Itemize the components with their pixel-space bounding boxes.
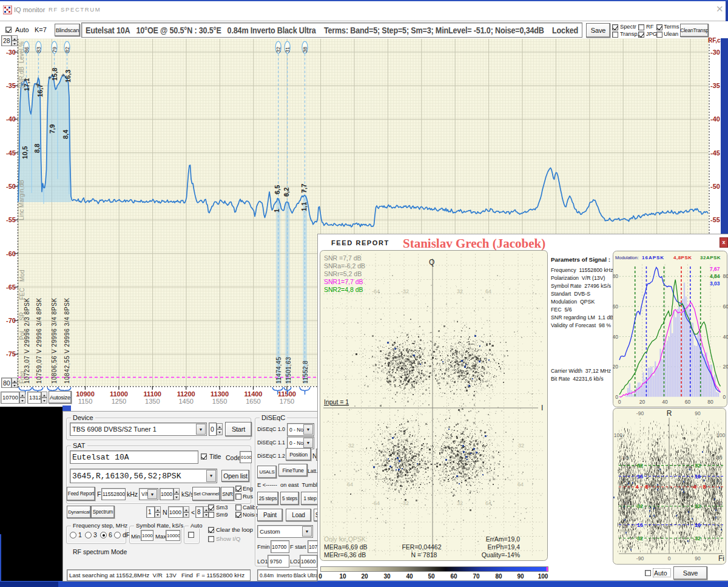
svg-text:16APSK: 16APSK (642, 255, 664, 260)
svg-text:100: 100 (716, 432, 725, 438)
svg-text:32: 32 (637, 503, 643, 509)
svg-text:-35: -35 (6, 82, 16, 89)
svg-text:-50: -50 (6, 183, 16, 190)
svg-text:4: 4 (635, 484, 638, 490)
svg-text:1650: 1650 (246, 398, 260, 405)
svg-text:7,7: 7,7 (300, 184, 308, 193)
svg-text:8,8: 8,8 (33, 144, 41, 153)
svg-text:ErrPh=19,4: ErrPh=19,4 (488, 543, 521, 551)
svg-text:80: 80 (707, 399, 713, 405)
svg-text:SNRa=-6,2 dB: SNRa=-6,2 dB (324, 262, 365, 270)
svg-text:SNR1=7,7 dB: SNR1=7,7 dB (324, 278, 363, 285)
svg-text:SNR =7,7 dB: SNR =7,7 dB (324, 254, 362, 262)
svg-text:11400: 11400 (244, 390, 263, 398)
svg-text:-45: -45 (710, 149, 720, 157)
svg-text:60: 60 (613, 304, 618, 310)
svg-text:10806,56 V 29996 3/4 8PSK: 10806,56 V 29996 3/4 8PSK (51, 297, 58, 384)
svg-text:10723,07 V 29996 2/3 8PSK: 10723,07 V 29996 2/3 8PSK (24, 297, 30, 384)
svg-text:32: 32 (695, 503, 701, 509)
svg-text:Q: Q (429, 258, 434, 266)
svg-text:32: 32 (637, 463, 643, 469)
svg-text:20: 20 (639, 399, 645, 405)
svg-text:-30: -30 (6, 49, 16, 56)
svg-text:16,7: 16,7 (36, 84, 44, 97)
svg-text:64: 64 (485, 500, 491, 506)
svg-text:Linc Margin,dB: Linc Margin,dB (18, 180, 25, 220)
svg-text:1150: 1150 (78, 398, 93, 405)
svg-text:Mod: Mod (19, 270, 25, 282)
svg-text:64: 64 (347, 481, 353, 487)
svg-text:RF,c: RF,c (708, 38, 721, 44)
svg-text:1,1: 1,1 (300, 202, 308, 211)
svg-text:11501,63: 11501,63 (285, 357, 292, 384)
svg-text:3,03: 3,03 (710, 280, 720, 287)
svg-text:40: 40 (613, 334, 618, 340)
svg-text:64: 64 (485, 288, 491, 294)
svg-text:60: 60 (622, 478, 629, 484)
svg-text:-64: -64 (372, 288, 380, 294)
svg-text:32: 32 (457, 500, 463, 506)
svg-text:16,3: 16,3 (64, 70, 72, 83)
svg-text:4,84: 4,84 (710, 273, 720, 279)
svg-text:79: 79 (52, 47, 58, 53)
svg-text:0: 0 (668, 555, 671, 562)
svg-text:Only for QPSK:: Only for QPSK: (324, 535, 368, 543)
svg-text:-35: -35 (710, 82, 720, 89)
svg-text:32: 32 (695, 463, 701, 469)
svg-text:-55: -55 (710, 216, 720, 223)
svg-text:32: 32 (275, 47, 281, 53)
svg-text:32: 32 (637, 535, 643, 541)
svg-text:1550: 1550 (212, 398, 227, 405)
svg-text:Fi: Fi (718, 554, 724, 563)
svg-text:Level,%: Level,% (18, 41, 25, 63)
svg-text:20: 20 (723, 364, 728, 370)
svg-text:-32: -32 (401, 288, 409, 294)
svg-text:8: 8 (703, 484, 706, 490)
svg-text:MERa=6,69 dB: MERa=6,69 dB (324, 543, 368, 551)
svg-text:1450: 1450 (178, 398, 193, 405)
svg-text:4,8PSK: 4,8PSK (673, 255, 692, 260)
svg-text:40: 40 (723, 334, 728, 340)
svg-text:60: 60 (716, 478, 723, 484)
svg-text:-60: -60 (6, 250, 16, 257)
svg-text:7,67: 7,67 (710, 266, 720, 272)
svg-text:1350: 1350 (145, 398, 160, 405)
svg-text:11100: 11100 (144, 390, 161, 398)
svg-text:40: 40 (622, 500, 629, 506)
svg-text:40: 40 (716, 500, 723, 506)
svg-text:SNR,dB: SNR,dB (18, 67, 25, 89)
svg-text:20: 20 (613, 364, 618, 370)
svg-text:-40: -40 (710, 115, 720, 123)
svg-text:11000: 11000 (110, 390, 128, 398)
svg-text:16: 16 (695, 522, 701, 528)
svg-text:11500: 11500 (278, 390, 296, 398)
svg-text:38: 38 (302, 47, 308, 53)
svg-text:0: 0 (723, 394, 726, 400)
svg-text:-40: -40 (6, 115, 16, 123)
svg-text:1: 1 (273, 209, 280, 212)
svg-text:31: 31 (285, 47, 291, 53)
svg-text:8,4: 8,4 (62, 129, 69, 139)
svg-text:32: 32 (457, 288, 463, 294)
svg-text:16: 16 (637, 473, 643, 480)
svg-text:Modulation:: Modulation: (615, 255, 639, 260)
svg-text:100: 100 (614, 432, 622, 438)
svg-text:R: R (667, 409, 672, 418)
svg-text:-32: -32 (401, 500, 409, 506)
svg-text:-64: -64 (372, 500, 380, 506)
svg-text:80: 80 (716, 455, 723, 461)
svg-text:-30: -30 (710, 49, 720, 56)
svg-text:11200: 11200 (177, 390, 195, 398)
svg-text:10900: 10900 (76, 390, 95, 398)
svg-text:SNRr=5,2 dB: SNRr=5,2 dB (324, 270, 362, 277)
svg-text:32: 32 (518, 443, 524, 449)
svg-text:90: 90 (695, 410, 701, 416)
svg-text:ErrAm=19,0: ErrAm=19,0 (486, 535, 520, 543)
svg-text:8: 8 (645, 484, 648, 490)
svg-text:16: 16 (695, 473, 701, 480)
svg-text:15,8: 15,8 (51, 68, 58, 81)
svg-text:1250: 1250 (112, 398, 126, 405)
svg-text:SNR2=4,8 dB: SNR2=4,8 dB (324, 286, 363, 293)
svg-text:-45: -45 (6, 149, 16, 157)
svg-text:11300: 11300 (211, 390, 229, 398)
